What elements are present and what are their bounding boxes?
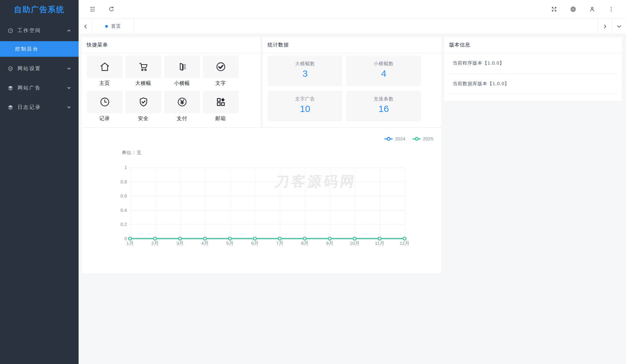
- sidebar-item-label: 日志记录: [17, 104, 67, 111]
- card-title: 统计数据: [263, 37, 441, 53]
- x-axis-tick: 4月: [201, 240, 208, 246]
- x-axis-tick: 5月: [226, 240, 233, 246]
- quick-item-payment[interactable]: 支付: [164, 91, 200, 122]
- y-axis-tick: 1: [83, 165, 127, 170]
- sidebar-item-label: 工作空间: [17, 27, 67, 34]
- layers-icon: [7, 85, 13, 91]
- card-title: 快捷菜单: [82, 37, 260, 53]
- quick-item-text[interactable]: 文字: [203, 56, 239, 87]
- sidebar-item-label: 网站广告: [17, 85, 67, 91]
- chevron-down-icon: [67, 105, 71, 109]
- tab-home[interactable]: 首页: [92, 19, 134, 34]
- tabs-dropdown-button[interactable]: [612, 19, 626, 34]
- x-axis-tick: 2月: [151, 240, 158, 246]
- tab-label: 首页: [111, 23, 121, 29]
- program-version-row: 当前程序版本【1.0.0】: [449, 53, 617, 74]
- sidebar-item-logs[interactable]: 日志记录: [0, 100, 79, 115]
- x-axis-tick: 12月: [400, 240, 410, 246]
- sidebar-item-label: 网站设置: [17, 66, 67, 72]
- version-card: 版本信息 当前程序版本【1.0.0】 当前数据库版本【1.0.0】: [444, 37, 622, 101]
- sidebar-item-site-ads[interactable]: 网站广告: [0, 80, 79, 95]
- more-menu-icon[interactable]: [605, 3, 617, 16]
- database-version-row: 当前数据库版本【1.0.0】: [449, 74, 617, 94]
- y-axis-tick: 0: [83, 236, 127, 241]
- x-axis-tick: 8月: [301, 240, 308, 246]
- stats-card: 统计数据 大横幅数 3 小横幅数 4 文字广告 10 充值条数 16: [263, 37, 441, 127]
- quick-item-security[interactable]: 安全: [125, 91, 161, 122]
- x-axis-tick: 11月: [375, 240, 385, 246]
- y-axis-tick: 0.4: [83, 207, 127, 213]
- active-tab-dot: [105, 25, 108, 28]
- tabs-scroll-left-button[interactable]: [79, 19, 92, 34]
- chart-legend: 2024 2025: [384, 136, 433, 141]
- refresh-icon[interactable]: [105, 3, 118, 16]
- legend-item-2024[interactable]: 2024: [384, 136, 405, 141]
- x-axis-tick: 1月: [126, 240, 133, 246]
- quick-item-mailbox[interactable]: 邮箱: [203, 91, 239, 122]
- quick-menu-card: 快捷菜单 主页 大横幅 小横幅: [82, 37, 260, 127]
- stat-text-ad-count: 文字广告 10: [268, 91, 342, 121]
- y-axis-tick: 0.6: [83, 193, 127, 198]
- top-header: [79, 0, 626, 19]
- stat-big-banner-count: 大横幅数 3: [268, 56, 342, 86]
- sidebar-item-site-settings[interactable]: 网站设置: [0, 61, 79, 76]
- components-icon: [215, 96, 226, 108]
- sidebar-subitem-label: 控制后台: [15, 46, 39, 52]
- x-axis-tick: 9月: [326, 240, 333, 246]
- y-axis-tick: 0.2: [83, 221, 127, 227]
- clock-icon: [99, 96, 110, 108]
- x-axis-tick: 6月: [251, 240, 258, 246]
- chevron-up-icon: [67, 28, 71, 33]
- x-axis-tick: 7月: [276, 240, 283, 246]
- shield-check-icon: [7, 66, 13, 72]
- banner-dots-icon: [177, 61, 188, 72]
- app-title: 自助广告系统: [0, 0, 79, 19]
- globe-icon[interactable]: [567, 3, 579, 16]
- yen-circle-icon: [177, 96, 188, 108]
- legend-item-2025[interactable]: 2025: [412, 136, 433, 141]
- check-circle-icon: [215, 61, 226, 72]
- tabbar-filler: [134, 19, 598, 34]
- chart-unit-label: 单位：元: [122, 150, 142, 156]
- main-content: 快捷菜单 主页 大横幅 小横幅: [79, 34, 626, 364]
- sidebar-subitem-control-backend[interactable]: 控制后台: [0, 41, 79, 57]
- sidebar: 自助广告系统 工作空间 控制后台 网站设置 网站广告 日志: [0, 0, 79, 364]
- tab-bar: 首页: [79, 19, 626, 34]
- quick-item-small-banner[interactable]: 小横幅: [164, 56, 200, 87]
- chart-body: 2024 2025 单位：元 刀客源码网 00.20.40.60.811月2月3…: [82, 128, 441, 274]
- fullscreen-icon[interactable]: [548, 3, 560, 16]
- chevron-down-icon: [67, 86, 71, 90]
- chart-card: 2024 2025 单位：元 刀客源码网 00.20.40.60.811月2月3…: [82, 128, 441, 274]
- stat-small-banner-count: 小横幅数 4: [346, 56, 421, 86]
- collapse-sidebar-button[interactable]: [86, 3, 99, 16]
- quick-item-home[interactable]: 主页: [87, 56, 123, 87]
- quick-item-big-banner[interactable]: 大横幅: [125, 56, 161, 87]
- sidebar-item-workspace[interactable]: 工作空间: [0, 23, 79, 38]
- user-icon[interactable]: [586, 3, 598, 16]
- legend-marker-icon: [412, 137, 421, 141]
- tabs-scroll-right-button[interactable]: [598, 19, 612, 34]
- card-title: 版本信息: [444, 37, 622, 53]
- dashboard-icon: [7, 28, 13, 34]
- chart-plot: [130, 167, 405, 239]
- stat-recharge-count: 充值条数 16: [346, 91, 421, 121]
- shield-check-icon: [138, 96, 149, 108]
- home-icon: [99, 61, 110, 72]
- legend-marker-icon: [384, 137, 393, 141]
- y-axis-tick: 0.8: [83, 179, 127, 184]
- x-axis-tick: 10月: [350, 240, 360, 246]
- layers-icon: [7, 104, 13, 110]
- cart-icon: [138, 61, 149, 72]
- chevron-down-icon: [67, 66, 71, 71]
- x-axis-tick: 3月: [176, 240, 183, 246]
- quick-item-records[interactable]: 记录: [87, 91, 123, 122]
